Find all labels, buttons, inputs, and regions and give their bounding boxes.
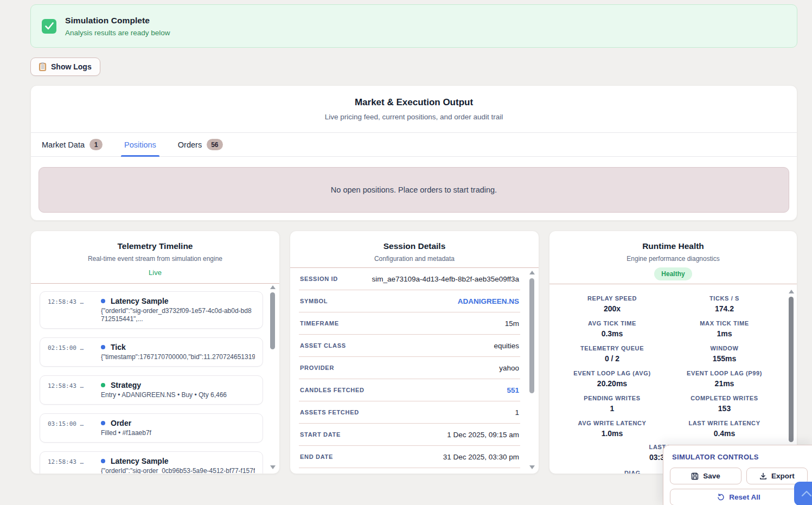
candles-fetched-value: 551 <box>507 386 519 394</box>
end-date-value: 31 Dec 2025, 03:30 pm <box>443 453 519 461</box>
scrollbar-thumb[interactable] <box>270 292 275 349</box>
session-row: SESSION ID sim_ae73109a-4d13-4efb-8b2f-a… <box>299 268 520 290</box>
telemetry-scrollbar[interactable] <box>269 285 276 469</box>
scrollbar-thumb[interactable] <box>789 297 794 442</box>
save-button[interactable]: Save <box>670 468 741 484</box>
runtime-title: Runtime Health <box>549 241 797 251</box>
session-label: TIMEFRAME <box>300 320 339 327</box>
tab-orders[interactable]: Orders 56 <box>178 133 223 156</box>
metric-last-write-latency: LAST WRITE LATENCY 0.4ms <box>668 420 781 438</box>
event-type: Strategy <box>111 381 141 389</box>
tab-positions[interactable]: Positions <box>124 133 156 156</box>
event-type: Tick <box>111 343 126 351</box>
session-title: Session Details <box>290 241 539 251</box>
telemetry-event: 12:58:43 … Strategy Entry • ADANIGREEN.N… <box>40 375 263 405</box>
telemetry-timeline-card: Telemetry Timeline Real-time event strea… <box>30 231 280 474</box>
event-type-dot <box>101 299 105 303</box>
event-type-dot <box>101 459 105 463</box>
timeframe-value: 15m <box>505 319 519 328</box>
session-label: SESSION ID <box>300 276 338 282</box>
telemetry-event: 12:58:43 … Latency Sample {"orderId":"si… <box>40 291 263 329</box>
chevron-up-icon <box>801 490 812 497</box>
event-type: Latency Sample <box>111 457 169 465</box>
session-row: ASSET CLASS equities <box>299 335 520 357</box>
session-row: TIMEFRAME 15m <box>299 312 520 335</box>
scrollbar-up-arrow[interactable] <box>529 271 535 274</box>
event-detail: {"orderId":"sig-order_0cb96b53-5a9e-4512… <box>101 467 255 474</box>
scroll-to-top-button[interactable] <box>794 482 812 505</box>
session-rows: SESSION ID sim_ae73109a-4d13-4efb-8b2f-a… <box>299 268 520 468</box>
telemetry-subtitle: Real-time event stream from simulation e… <box>31 255 279 263</box>
reset-all-label: Reset All <box>729 493 760 501</box>
asset-class-value: equities <box>494 342 519 350</box>
output-card-subtitle: Live pricing feed, current positions, an… <box>31 113 797 121</box>
tab-market-data[interactable]: Market Data 1 <box>42 133 103 156</box>
banner-subtitle: Analysis results are ready below <box>65 29 170 37</box>
download-icon <box>759 472 767 480</box>
telemetry-event-list[interactable]: 12:58:43 … Latency Sample {"orderId":"si… <box>40 284 263 474</box>
no-positions-panel: No open positions. Place orders to start… <box>39 167 789 213</box>
scrollbar-up-arrow[interactable] <box>270 285 276 289</box>
event-type-dot <box>101 345 105 349</box>
save-icon <box>691 472 699 480</box>
tab-market-data-label: Market Data <box>42 140 85 149</box>
reset-all-button[interactable]: Reset All <box>670 489 808 505</box>
event-detail: Filled • #f1aaeb7f <box>101 429 255 437</box>
session-label: ASSET CLASS <box>300 342 346 349</box>
start-date-value: 1 Dec 2025, 09:15 am <box>447 431 519 439</box>
output-tabbar: Market Data 1 Positions Orders 56 <box>31 132 797 157</box>
simulation-complete-banner: Simulation Complete Analysis results are… <box>30 4 797 48</box>
scrollbar-down-arrow[interactable] <box>529 465 535 469</box>
tab-positions-label: Positions <box>124 140 156 149</box>
reset-icon <box>717 494 725 501</box>
session-label: PROVIDER <box>300 365 334 371</box>
telemetry-event: 03:15:00 … Order Filled • #f1aaeb7f <box>40 413 263 443</box>
tab-orders-label: Orders <box>178 140 202 149</box>
market-execution-output-card: Market & Execution Output Live pricing f… <box>30 85 797 221</box>
session-row: PROVIDER yahoo <box>299 357 520 379</box>
metric-event-loop-lag-avg: EVENT LOOP LAG (AVG) 20.20ms <box>556 370 668 388</box>
metric-replay-speed: REPLAY SPEED 200x <box>556 295 668 313</box>
metric-telemetry-queue: TELEMETRY QUEUE 0 / 2 <box>556 345 668 363</box>
runtime-health-card: Runtime Health Engine performance diagno… <box>549 231 797 474</box>
metric-ticks-per-s: TICKS / S 174.2 <box>668 295 781 313</box>
event-timestamp: 12:58:43 … <box>48 381 94 399</box>
session-row: END DATE 31 Dec 2025, 03:30 pm <box>299 446 520 468</box>
session-label: SYMBOL <box>300 298 328 304</box>
telemetry-title: Telemetry Timeline <box>31 241 279 251</box>
session-label: START DATE <box>300 431 341 438</box>
event-timestamp: 02:15:00 … <box>48 343 94 361</box>
runtime-scrollbar[interactable] <box>788 290 794 469</box>
event-type: Order <box>111 419 131 427</box>
no-positions-message: No open positions. Place orders to start… <box>331 186 497 194</box>
scrollbar-thumb[interactable] <box>529 278 534 393</box>
event-type: Latency Sample <box>111 297 169 305</box>
market-data-count-badge: 1 <box>89 139 103 150</box>
healthy-status-badge: Healthy <box>654 267 692 280</box>
assets-fetched-value: 1 <box>515 408 519 417</box>
event-timestamp: 12:58:43 … <box>48 457 94 474</box>
show-logs-button[interactable]: Show Logs <box>30 57 100 76</box>
scrollbar-up-arrow[interactable] <box>789 290 794 293</box>
event-detail: {"orderId":"sig-order_d3732f09-1e57-4c0d… <box>101 307 255 323</box>
event-timestamp: 03:15:00 … <box>48 419 94 437</box>
banner-title: Simulation Complete <box>65 16 170 25</box>
session-row: ASSETS FETCHED 1 <box>299 401 520 424</box>
provider-value: yahoo <box>499 364 519 372</box>
logs-clipboard-icon <box>39 62 46 71</box>
event-detail: {"timestamp":1767170700000,"bid":11.2707… <box>101 353 255 361</box>
metric-event-loop-lag-p99: EVENT LOOP LAG (P99) 21ms <box>668 370 781 388</box>
metric-avg-write-latency: AVG WRITE LATENCY 1.0ms <box>556 420 668 438</box>
diagnostics-label: DIAG <box>624 470 641 474</box>
metric-avg-tick-time: AVG TICK TIME 0.3ms <box>556 320 668 338</box>
symbol-link[interactable]: ADANIGREEN.NS <box>458 297 519 305</box>
scrollbar-down-arrow[interactable] <box>270 465 276 469</box>
metric-last-tick-value: 03:3 <box>649 453 664 462</box>
success-check-icon <box>42 19 56 34</box>
session-label: ASSETS FETCHED <box>300 409 359 415</box>
orders-count-badge: 56 <box>207 139 222 150</box>
save-label: Save <box>703 472 720 480</box>
session-label: END DATE <box>300 453 333 460</box>
export-label: Export <box>771 472 795 480</box>
session-scrollbar[interactable] <box>528 271 535 469</box>
